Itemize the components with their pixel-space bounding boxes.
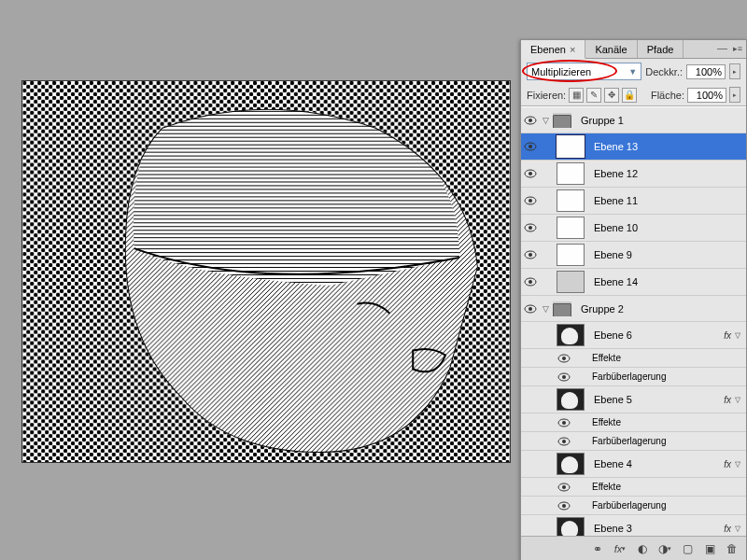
svg-point-23: [529, 307, 532, 311]
expand-icon[interactable]: ▽: [540, 304, 551, 314]
artwork-svg: [22, 81, 510, 462]
tab-channels[interactable]: Kanäle: [585, 40, 637, 58]
effect-name: Farbüberlagerung: [588, 436, 746, 446]
lock-brush-icon[interactable]: ✎: [586, 88, 601, 103]
svg-point-19: [529, 253, 532, 257]
opacity-flyout[interactable]: ▸: [729, 63, 740, 79]
layer-name[interactable]: Ebene 9: [590, 249, 746, 260]
fx-expand-icon[interactable]: ▽: [735, 396, 740, 404]
opacity-input[interactable]: 100%: [686, 64, 726, 79]
visibility-icon[interactable]: [521, 169, 540, 178]
panel-footer: ⚭ fx▾ ◐ ◑▾ ▢ ▣ 🗑: [521, 536, 746, 560]
fx-expand-icon[interactable]: ▽: [735, 525, 740, 533]
layer-thumb[interactable]: [557, 135, 585, 158]
link-icon[interactable]: ⚭: [587, 540, 608, 557]
effect-row[interactable]: Farbüberlagerung: [521, 432, 746, 451]
effect-row[interactable]: Effekte: [521, 478, 746, 497]
fill-input[interactable]: 100%: [687, 88, 726, 103]
layer-row[interactable]: Ebene 3fx▽: [521, 515, 746, 536]
visibility-icon[interactable]: [555, 501, 573, 511]
visibility-icon[interactable]: [521, 304, 540, 314]
tab-layers[interactable]: Ebenen×: [521, 40, 585, 59]
layer-row[interactable]: Ebene 6fx▽: [521, 322, 746, 349]
effect-row[interactable]: Farbüberlagerung: [521, 368, 746, 386]
layer-name[interactable]: Ebene 14: [590, 276, 746, 287]
layer-name[interactable]: Ebene 10: [590, 222, 746, 233]
layer-name[interactable]: Ebene 6: [590, 329, 724, 341]
folder-icon[interactable]: ▢: [677, 540, 698, 557]
layer-row[interactable]: Ebene 14: [521, 269, 746, 296]
layer-name[interactable]: Ebene 5: [590, 394, 724, 405]
visibility-icon[interactable]: [555, 372, 573, 382]
layer-name[interactable]: Ebene 11: [590, 195, 746, 206]
layer-name[interactable]: Ebene 13: [590, 141, 746, 152]
layer-thumb[interactable]: [557, 324, 585, 346]
layer-list[interactable]: ▽Gruppe 1Ebene 13Ebene 12Ebene 11Ebene 1…: [521, 106, 746, 536]
layer-group[interactable]: ▽Gruppe 1: [521, 107, 746, 133]
lock-move-icon[interactable]: ✥: [604, 88, 619, 103]
layer-thumb[interactable]: [557, 162, 585, 185]
expand-icon[interactable]: ▽: [540, 116, 551, 125]
canvas-preview: [21, 80, 511, 463]
fx-badge[interactable]: fx: [724, 459, 731, 469]
layer-name[interactable]: Ebene 12: [590, 168, 746, 179]
layer-thumb[interactable]: [557, 217, 585, 239]
tab-close-icon[interactable]: ×: [570, 44, 575, 55]
layer-name[interactable]: Ebene 3: [590, 523, 724, 534]
fx-badge[interactable]: fx: [724, 395, 731, 405]
svg-point-27: [562, 375, 566, 379]
new-layer-icon[interactable]: ▣: [699, 540, 720, 557]
effect-row[interactable]: Farbüberlagerung: [521, 497, 746, 515]
lock-transparency-icon[interactable]: ▦: [569, 88, 584, 103]
svg-point-21: [529, 280, 532, 284]
layer-group[interactable]: ▽Gruppe 2: [521, 296, 746, 322]
layer-thumb[interactable]: [557, 453, 585, 475]
visibility-icon[interactable]: [521, 223, 540, 232]
visibility-icon[interactable]: [521, 250, 540, 259]
chevron-down-icon: ▼: [628, 67, 637, 77]
fx-icon[interactable]: fx▾: [610, 540, 630, 557]
layer-thumb[interactable]: [557, 244, 585, 266]
adjustment-icon[interactable]: ◑▾: [655, 540, 675, 557]
layer-row[interactable]: Ebene 10: [521, 215, 746, 242]
svg-point-13: [529, 172, 532, 175]
layer-row[interactable]: Ebene 5fx▽: [521, 386, 746, 413]
effect-row[interactable]: Effekte: [521, 349, 746, 368]
layer-row[interactable]: Ebene 9: [521, 242, 746, 269]
layer-thumb[interactable]: [557, 271, 585, 293]
layer-row[interactable]: Ebene 12: [521, 161, 746, 188]
fx-expand-icon[interactable]: ▽: [735, 460, 740, 469]
layer-name[interactable]: Ebene 4: [590, 458, 724, 469]
layer-thumb[interactable]: [557, 189, 585, 212]
visibility-icon[interactable]: [521, 116, 540, 125]
tab-paths[interactable]: Pfade: [638, 40, 684, 58]
svg-point-9: [529, 119, 532, 122]
layer-row[interactable]: Ebene 13: [521, 133, 746, 161]
effect-row[interactable]: Effekte: [521, 413, 746, 432]
minimize-icon[interactable]: —: [717, 42, 727, 53]
fx-badge[interactable]: fx: [724, 524, 731, 534]
visibility-icon[interactable]: [555, 418, 573, 427]
layer-thumb[interactable]: [557, 517, 585, 536]
layer-row[interactable]: Ebene 4fx▽: [521, 451, 746, 478]
fx-expand-icon[interactable]: ▽: [735, 331, 740, 340]
lock-all-icon[interactable]: 🔒: [622, 88, 637, 103]
visibility-icon[interactable]: [555, 354, 573, 363]
visibility-icon[interactable]: [521, 196, 540, 205]
trash-icon[interactable]: 🗑: [722, 540, 742, 557]
group-name[interactable]: Gruppe 2: [577, 303, 746, 315]
effect-name: Effekte: [588, 417, 746, 427]
layer-thumb[interactable]: [557, 388, 585, 411]
layer-row[interactable]: Ebene 11: [521, 188, 746, 215]
mask-icon[interactable]: ◐: [632, 540, 653, 557]
panel-menu-icon[interactable]: ▸≡: [733, 44, 742, 53]
visibility-icon[interactable]: [555, 437, 573, 446]
fx-badge[interactable]: fx: [724, 330, 731, 341]
visibility-icon[interactable]: [521, 142, 540, 151]
visibility-icon[interactable]: [521, 277, 540, 287]
group-name[interactable]: Gruppe 1: [577, 115, 746, 126]
fill-flyout[interactable]: ▸: [729, 87, 740, 103]
layers-panel: Ebenen× Kanäle Pfade — ▸≡ Multiplizieren…: [520, 39, 747, 560]
visibility-icon[interactable]: [555, 483, 573, 492]
blend-mode-select[interactable]: Multiplizieren▼: [527, 63, 641, 80]
